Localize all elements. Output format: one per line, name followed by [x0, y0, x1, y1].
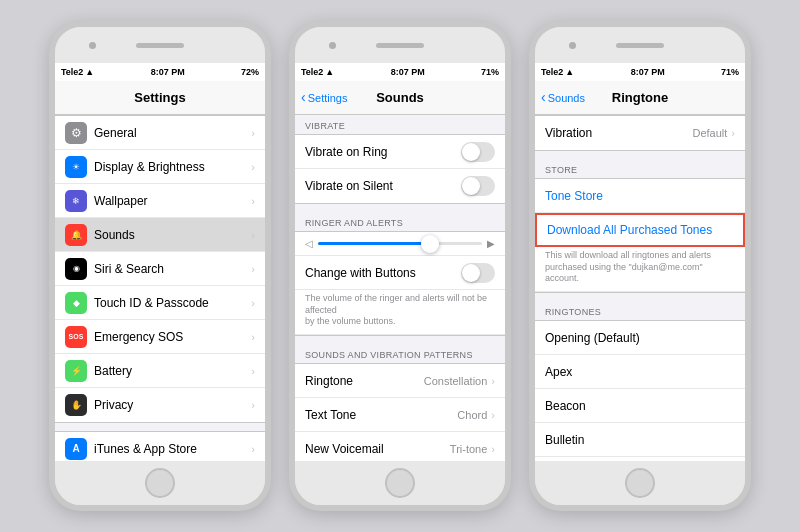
list-item-touchid[interactable]: ◆ Touch ID & Passcode › — [55, 286, 265, 320]
back-button-2[interactable]: ‹ Settings — [301, 91, 347, 104]
camera-1 — [89, 42, 96, 49]
chevron-voicemail: › — [491, 443, 495, 455]
list-item-sos[interactable]: SOS Emergency SOS › — [55, 320, 265, 354]
status-right-3: 71% — [721, 67, 739, 77]
vibrate-silent-toggle[interactable] — [461, 176, 495, 196]
change-buttons-item[interactable]: Change with Buttons — [295, 256, 505, 290]
ringtones-section: Opening (Default) Apex Beacon Bulletin B… — [535, 320, 745, 461]
change-buttons-toggle[interactable] — [461, 263, 495, 283]
touchid-label: Touch ID & Passcode — [94, 296, 251, 310]
nav-title-2: Sounds — [376, 90, 424, 105]
list-item-display[interactable]: ☀ Display & Brightness › — [55, 150, 265, 184]
general-icon: ⚙ — [65, 122, 87, 144]
sounds-content: VIBRATE Vibrate on Ring Vibrate on Silen… — [295, 115, 505, 461]
download-note: This will download all ringtones and ale… — [535, 247, 745, 292]
carrier-3: Tele2 — [541, 67, 563, 77]
sounds-patterns-section: Ringtone Constellation › Text Tone Chord… — [295, 363, 505, 461]
download-tones-item[interactable]: Download All Purchased Tones — [535, 213, 745, 247]
toggle-knob-2 — [462, 177, 480, 195]
chevron-sounds: › — [251, 229, 255, 241]
wallpaper-icon: ❄ — [65, 190, 87, 212]
ringtone-content: Vibration Default › STORE Tone Store Dow… — [535, 115, 745, 461]
section-1: ⚙ General › ☀ Display & Brightness › ❄ W… — [55, 115, 265, 423]
text-tone-item[interactable]: Text Tone Chord › — [295, 398, 505, 432]
chevron-touchid: › — [251, 297, 255, 309]
sos-label: Emergency SOS — [94, 330, 251, 344]
ringtone-apex[interactable]: Apex — [535, 355, 745, 389]
list-item-sounds[interactable]: 🔔 Sounds › — [55, 218, 265, 252]
chevron-ringtone: › — [491, 375, 495, 387]
ringtone-value: Constellation — [424, 375, 488, 387]
phone-1: Tele2 ▲ 8:07 PM 72% Settings ⚙ General › — [49, 21, 271, 511]
siri-label: Siri & Search — [94, 262, 251, 276]
time-3: 8:07 PM — [631, 67, 665, 77]
chevron-text-tone: › — [491, 409, 495, 421]
new-voicemail-item[interactable]: New Voicemail Tri-tone › — [295, 432, 505, 461]
status-bar-3: Tele2 ▲ 8:07 PM 71% — [535, 63, 745, 81]
back-label-3: Sounds — [548, 92, 585, 104]
home-button-2[interactable] — [385, 468, 415, 498]
toggle-knob-3 — [462, 264, 480, 282]
ringtone-by-the-seaside[interactable]: By The Seaside — [535, 457, 745, 461]
touchid-icon: ◆ — [65, 292, 87, 314]
ringtone-beacon-label: Beacon — [545, 399, 735, 413]
vibrate-ring-item[interactable]: Vibrate on Ring — [295, 135, 505, 169]
list-item-battery[interactable]: ⚡ Battery › — [55, 354, 265, 388]
chevron-display: › — [251, 161, 255, 173]
ringtone-opening[interactable]: Opening (Default) — [535, 321, 745, 355]
status-right-1: 72% — [241, 67, 259, 77]
volume-track[interactable] — [318, 242, 482, 245]
download-tones-label: Download All Purchased Tones — [547, 223, 733, 237]
chevron-privacy: › — [251, 399, 255, 411]
sos-icon: SOS — [65, 326, 87, 348]
volume-fill — [318, 242, 433, 245]
wallpaper-label: Wallpaper — [94, 194, 251, 208]
text-tone-label: Text Tone — [305, 408, 457, 422]
home-button-3[interactable] — [625, 468, 655, 498]
chevron-wallpaper: › — [251, 195, 255, 207]
list-item-general[interactable]: ⚙ General › — [55, 116, 265, 150]
phone-top-1 — [55, 27, 265, 63]
nav-bar-2: ‹ Settings Sounds — [295, 81, 505, 115]
ringtone-label: Ringtone — [305, 374, 424, 388]
nav-title-3: Ringtone — [612, 90, 668, 105]
screen-2: Tele2 ▲ 8:07 PM 71% ‹ Settings Sounds VI… — [295, 63, 505, 461]
back-button-3[interactable]: ‹ Sounds — [541, 91, 585, 104]
list-item-wallpaper[interactable]: ❄ Wallpaper › — [55, 184, 265, 218]
vibrate-ring-toggle[interactable] — [461, 142, 495, 162]
general-label: General — [94, 126, 251, 140]
phone-top-2 — [295, 27, 505, 63]
carrier-1: Tele2 — [61, 67, 83, 77]
speaker-1 — [136, 43, 184, 48]
chevron-sos: › — [251, 331, 255, 343]
vibrate-silent-label: Vibrate on Silent — [305, 179, 461, 193]
phone-bottom-2 — [295, 461, 505, 505]
ringtone-opening-label: Opening (Default) — [545, 331, 735, 345]
vibration-item[interactable]: Vibration Default › — [535, 116, 745, 150]
appstore-label: iTunes & App Store — [94, 442, 251, 456]
list-item-siri[interactable]: ◉ Siri & Search › — [55, 252, 265, 286]
ringtone-beacon[interactable]: Beacon — [535, 389, 745, 423]
home-button-1[interactable] — [145, 468, 175, 498]
status-left-2: Tele2 ▲ — [301, 67, 334, 77]
volume-thumb[interactable] — [421, 235, 439, 253]
ringtone-item[interactable]: Ringtone Constellation › — [295, 364, 505, 398]
back-label-2: Settings — [308, 92, 348, 104]
phone-bottom-1 — [55, 461, 265, 505]
vibrate-silent-item[interactable]: Vibrate on Silent — [295, 169, 505, 203]
battery-3: 71% — [721, 67, 739, 77]
privacy-icon: ✋ — [65, 394, 87, 416]
tone-store-item[interactable]: Tone Store — [535, 179, 745, 213]
list-item-appstore[interactable]: A iTunes & App Store › — [55, 432, 265, 461]
list-item-privacy[interactable]: ✋ Privacy › — [55, 388, 265, 422]
ringtones-header: RINGTONES — [535, 301, 745, 320]
ringer-section: ◁ ▶ Change with Buttons The volume of th… — [295, 231, 505, 336]
nav-bar-3: ‹ Sounds Ringtone — [535, 81, 745, 115]
ringtone-bulletin[interactable]: Bulletin — [535, 423, 745, 457]
ringer-note: The volume of the ringer and alerts will… — [295, 290, 505, 335]
phone-bottom-3 — [535, 461, 745, 505]
chevron-siri: › — [251, 263, 255, 275]
battery-2: 71% — [481, 67, 499, 77]
sounds-label: Sounds — [94, 228, 251, 242]
battery-1: 72% — [241, 67, 259, 77]
